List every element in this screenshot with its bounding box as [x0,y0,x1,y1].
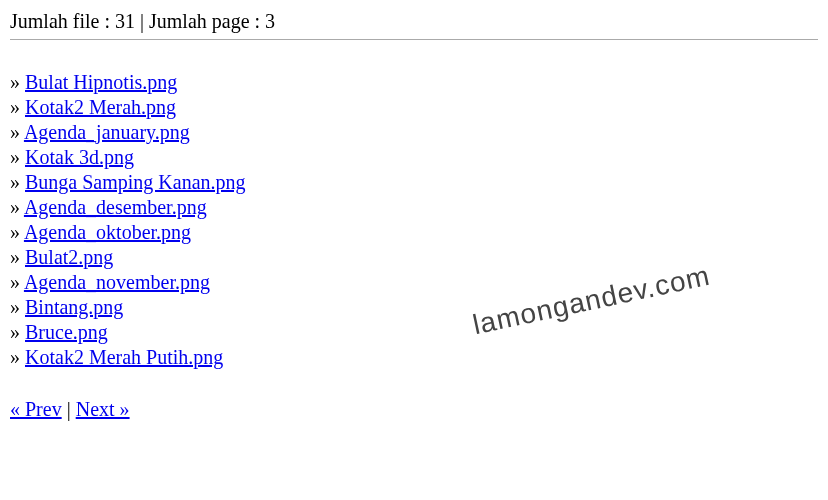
bullet: » [10,246,25,268]
bullet: » [10,146,25,168]
file-link[interactable]: Bintang.png [25,296,123,318]
file-link[interactable]: Agenda_january.png [24,121,190,143]
list-item: » Kotak2 Merah Putih.png [10,345,818,370]
list-item: » Bulat Hipnotis.png [10,70,818,95]
file-link[interactable]: Agenda_oktober.png [24,221,191,243]
next-link[interactable]: Next » [76,398,130,420]
list-item: » Bunga Samping Kanan.png [10,170,818,195]
list-item: » Agenda_november.png [10,270,818,295]
divider [10,39,818,40]
prev-link[interactable]: « Prev [10,398,62,420]
bullet: » [10,221,24,243]
bullet: » [10,96,25,118]
bullet: » [10,296,25,318]
bullet: » [10,271,24,293]
list-item: » Agenda_oktober.png [10,220,818,245]
pagination: « Prev | Next » [10,398,818,421]
list-item: » Agenda_january.png [10,120,818,145]
list-item: » Agenda_desember.png [10,195,818,220]
bullet: » [10,71,25,93]
list-item: » Kotak2 Merah.png [10,95,818,120]
bullet: » [10,121,24,143]
list-item: » Bintang.png [10,295,818,320]
list-item: » Kotak 3d.png [10,145,818,170]
pagination-separator: | [62,398,76,420]
bullet: » [10,171,25,193]
file-link[interactable]: Kotak2 Merah.png [25,96,176,118]
file-list: » Bulat Hipnotis.png » Kotak2 Merah.png … [10,70,818,370]
list-item: » Bruce.png [10,320,818,345]
file-link[interactable]: Bulat Hipnotis.png [25,71,177,93]
bullet: » [10,196,24,218]
file-link[interactable]: Kotak 3d.png [25,146,134,168]
page-summary: Jumlah file : 31 | Jumlah page : 3 [10,10,818,33]
file-link[interactable]: Kotak2 Merah Putih.png [25,346,223,368]
list-item: » Bulat2.png [10,245,818,270]
file-link[interactable]: Bunga Samping Kanan.png [25,171,246,193]
bullet: » [10,321,25,343]
bullet: » [10,346,25,368]
file-link[interactable]: Bulat2.png [25,246,113,268]
file-link[interactable]: Agenda_desember.png [24,196,207,218]
file-link[interactable]: Bruce.png [25,321,108,343]
file-link[interactable]: Agenda_november.png [24,271,210,293]
